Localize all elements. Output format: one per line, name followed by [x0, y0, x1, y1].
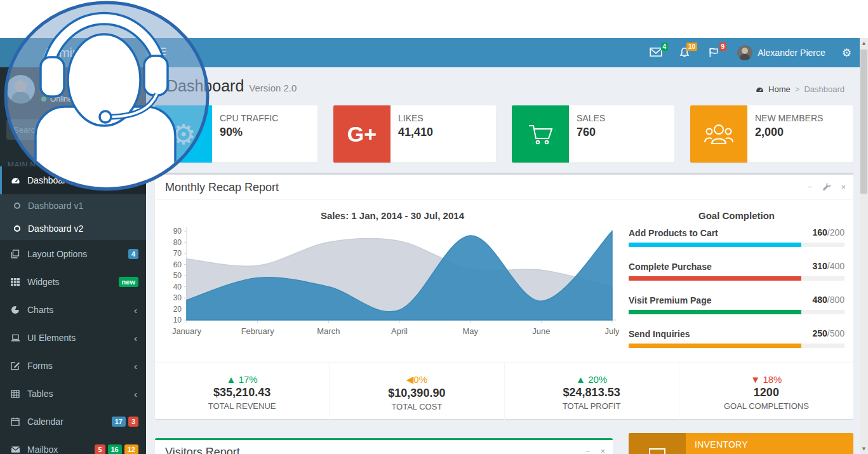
svg-text:70: 70 — [173, 249, 182, 258]
sidebar-item-label: Dashboard v2 — [28, 224, 83, 234]
dashboard-gauge-icon — [756, 86, 764, 93]
chevron-left-icon: ‹ — [134, 389, 137, 399]
chevron-left-icon: ‹ — [134, 361, 137, 371]
panel-title: Monthly Recap Report — [165, 181, 279, 194]
mailbox-badge-2: 16 — [108, 444, 122, 454]
settings-gears-icon[interactable]: ⚙ — [842, 46, 851, 59]
goal-label: Add Products to Cart — [629, 228, 718, 238]
breadcrumb-home-link[interactable]: Home — [768, 84, 791, 94]
sidebar-item-label: Forms — [27, 361, 53, 371]
stat-label: TOTAL COST — [330, 402, 504, 411]
user-status: Online — [41, 91, 72, 107]
collapse-button[interactable]: − — [808, 182, 813, 192]
user-menu[interactable]: Alexander Pierce — [737, 45, 825, 60]
top-navbar: AdminLTE 4 10 9 Alexander Pierce ⚙ — [0, 38, 868, 67]
info-box-value: 760 — [577, 126, 605, 139]
sidebar-item-mailbox[interactable]: Mailbox 5 16 12 — [0, 436, 146, 454]
stat-label: TOTAL PROFIT — [505, 401, 679, 411]
stat-change: ▲ 17% — [155, 374, 329, 385]
collapse-button[interactable]: − — [585, 446, 591, 454]
panel-tools: − × — [585, 446, 605, 454]
sidebar-item-calendar[interactable]: Calendar 17 3 — [0, 408, 146, 436]
scroll-down-arrow[interactable]: ▼ — [860, 444, 868, 454]
sidebar-item-dashboard-v2[interactable]: Dashboard v2 — [0, 217, 146, 240]
svg-text:January: January — [172, 326, 202, 336]
stat-label: GOAL COMPLETIONS — [679, 401, 853, 411]
svg-text:30: 30 — [173, 293, 182, 302]
sidebar-item-ui-elements[interactable]: UI Elements ‹ — [0, 324, 146, 352]
caret-down-icon: ▼ — [751, 374, 760, 385]
info-box-label: CPU TRAFFIC — [220, 113, 278, 123]
sidebar-toggle-icon[interactable] — [155, 48, 166, 57]
app-logo[interactable]: AdminLTE — [0, 38, 146, 67]
calendar-icon — [11, 417, 27, 426]
sidebar-item-charts[interactable]: Charts ‹ — [0, 296, 146, 324]
svg-text:May: May — [462, 326, 478, 336]
svg-text:April: April — [391, 326, 408, 336]
goal-visit-premium: Visit Premium Page 480/800 — [629, 295, 845, 314]
close-button[interactable]: × — [841, 182, 846, 192]
visitors-report-panel: Visitors Report − × — [155, 438, 613, 454]
goal-add-products: Add Products to Cart 160/200 — [629, 227, 845, 247]
sidebar-item-forms[interactable]: Forms ‹ — [0, 352, 146, 380]
caret-left-icon: ◀ — [406, 374, 414, 385]
svg-text:50: 50 — [173, 271, 182, 280]
scroll-up-arrow[interactable]: ▲ — [860, 38, 868, 48]
sidebar-item-label: Tables — [27, 389, 53, 399]
online-status-label: Online — [50, 95, 72, 103]
info-box-value: 90% — [220, 126, 278, 139]
panel-header: Monthly Recap Report − × — [155, 175, 853, 200]
mailbox-badge-3: 12 — [124, 444, 138, 454]
progress-bar — [629, 310, 801, 314]
info-box-cpu-traffic: ⚙ CPU TRAFFIC90% — [155, 105, 317, 163]
goal-number: 310/400 — [812, 261, 845, 271]
shopping-cart-icon — [512, 105, 569, 163]
wrench-icon[interactable] — [822, 182, 831, 192]
calendar-badge-2: 3 — [128, 417, 138, 427]
goal-number: 160/200 — [812, 227, 845, 237]
notifications-menu[interactable]: 10 — [679, 46, 691, 59]
user-avatar — [737, 45, 752, 60]
inventory-label: INVENTORY — [686, 433, 748, 454]
progress-track — [629, 344, 845, 348]
sidebar-item-tables[interactable]: Tables ‹ — [0, 380, 146, 408]
sidebar-item-dashboard-v1[interactable]: Dashboard v1 — [0, 194, 146, 217]
progress-track — [629, 243, 845, 247]
widgets-badge: new — [119, 277, 138, 287]
sidebar-item-label: Calendar — [27, 417, 63, 427]
progress-track — [629, 310, 845, 314]
th-grid-icon — [11, 277, 27, 286]
logo-light-text: Admin — [44, 46, 80, 60]
svg-text:June: June — [532, 326, 550, 336]
page-subtitle: Version 2.0 — [249, 83, 297, 93]
stat-label: TOTAL REVENUE — [155, 401, 329, 411]
breadcrumb-current: Dashboard — [804, 84, 845, 94]
close-button[interactable]: × — [600, 446, 605, 454]
mailbox-badge-1: 5 — [95, 444, 105, 454]
svg-text:40: 40 — [173, 283, 182, 291]
info-box-new-members: NEW MEMBERS2,000 — [690, 105, 853, 163]
tasks-badge: 9 — [719, 43, 727, 51]
caret-up-icon: ▲ — [227, 374, 236, 385]
goal-label: Complete Purchase — [629, 262, 712, 272]
laptop-icon — [11, 334, 27, 342]
messages-menu[interactable]: 4 — [650, 46, 662, 59]
sidebar-item-layout-options[interactable]: Layout Options 4 — [0, 240, 146, 268]
search-input[interactable] — [7, 120, 131, 139]
scrollbar-thumb[interactable] — [860, 50, 867, 194]
dashboard-gauge-icon — [11, 176, 27, 185]
search-icon[interactable]: ⌕ — [131, 120, 139, 139]
sidebar-item-widgets[interactable]: Widgets new — [0, 268, 146, 296]
sidebar-item-dashboard[interactable]: Dashboard — [0, 166, 146, 194]
info-box-label: SALES — [577, 113, 605, 123]
stat-goal-completions: ▼ 18% 1200 GOAL COMPLETIONS — [679, 363, 853, 420]
svg-text:10: 10 — [173, 316, 182, 324]
caret-up-icon: ▲ — [576, 374, 585, 385]
inventory-info-box: INVENTORY — [629, 433, 853, 454]
tasks-menu[interactable]: 9 — [708, 46, 721, 59]
svg-text:July: July — [604, 326, 620, 336]
sidebar-item-label: UI Elements — [27, 333, 76, 343]
sidebar-user-panel: Online — [6, 75, 140, 107]
pie-chart-icon — [11, 305, 27, 314]
stat-number: $35,210.43 — [155, 386, 329, 399]
